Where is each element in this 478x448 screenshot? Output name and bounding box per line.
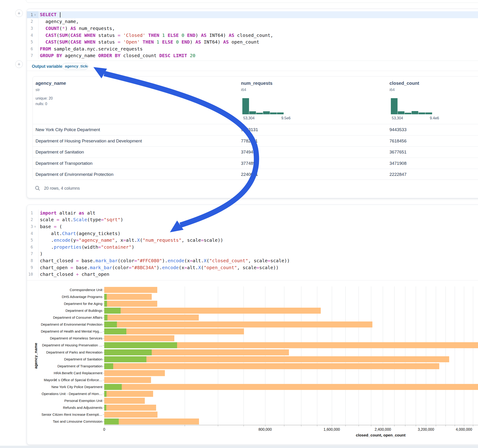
table-row[interactable]: Department of Sanitation37494853677651 [33,146,478,158]
table-cell: Department of Housing Preservation and D… [36,136,142,147]
gridline [301,286,301,425]
line-number-gutter: 7 [27,52,38,59]
line-number-gutter: 4 [27,32,38,39]
open_count-bar[interactable] [104,322,117,328]
column-header[interactable]: agency_name [36,81,66,86]
line-number-gutter: 2 [27,18,38,25]
open_count-bar[interactable] [104,301,107,307]
gridline [332,286,332,425]
sql-line[interactable]: 3 COUNT(*) AS num_requests, [27,25,478,32]
output-variable-label: Output variable: [32,63,64,70]
table-cell: 3471908 [390,158,407,169]
output-variable-value: agency_tickets [65,64,88,68]
column-type: i64 [390,87,395,92]
column-header[interactable]: num_requests [241,81,273,86]
table-cell: 3677651 [390,147,407,158]
sql-line[interactable]: 1∨SELECT [27,11,478,18]
closed_count-bar[interactable] [104,363,439,369]
table-row[interactable]: New York City Police Department945313194… [33,124,478,136]
page-bottom-strip [0,446,478,448]
open_count-bar[interactable] [104,328,126,334]
y-axis-category-label: DHS Advantage Programs [27,293,102,300]
y-axis-category-label: Department of Consumer Affairs [27,314,102,321]
open_count-bar[interactable] [104,315,107,321]
open_count-bar[interactable] [104,391,107,397]
open_count-bar[interactable] [104,308,121,314]
closed_count-bar[interactable] [104,294,152,300]
histogram-max-label: 9.5e6 [272,116,290,120]
gridline [284,286,284,425]
histogram-min-label: 53,304 [243,116,255,120]
closed_count-bar[interactable] [104,335,174,341]
closed_count-bar[interactable] [104,315,199,321]
closed_count-bar[interactable] [104,287,157,293]
open_count-bar[interactable] [104,356,146,362]
y-axis-category-label: Taxi and Limousine Commission [27,418,102,425]
column-histogram[interactable] [391,98,432,114]
sql-line[interactable]: 6FROM sample_data.nyc.service_requests [27,45,478,52]
open_count-bar[interactable] [104,418,119,424]
column-header[interactable]: closed_count [390,81,419,86]
closed_count-bar[interactable] [104,412,157,417]
table-row[interactable]: Department of Transportation377489234719… [33,158,478,169]
gridline [383,286,383,425]
open_count-bar[interactable] [104,405,106,411]
gridline [244,286,244,425]
closed_count-bar[interactable] [104,391,153,397]
open_count-bar[interactable] [104,294,107,300]
divider [27,71,478,71]
closed_count-bar[interactable] [104,384,478,390]
notebook-page: + + 1∨SELECT 2 agency_name,3 COUNT(*) AS… [0,0,478,448]
table-cell: 3774892 [241,158,258,169]
table-cell: Department of Transportation [36,158,93,169]
sql-line[interactable]: 4 CAST(SUM(CASE WHEN status = 'Closed' T… [27,32,478,39]
column-stats: nulls: 0 [36,102,47,106]
table-row[interactable]: Department of Housing Preservation and D… [33,135,478,147]
x-axis-tick-label: 800,000 [251,428,279,432]
column-stats: unique: 20 [36,96,53,100]
x-axis-tick-label: 1,600,000 [318,428,346,432]
y-axis-category-label: Operations Unit - Department of Hom… [27,390,102,397]
sql-code-editor[interactable]: 1∨SELECT 2 agency_name,3 COUNT(*) AS num… [27,11,478,59]
sql-line[interactable]: 7GROUP BY agency_name ORDER BY closed_co… [27,52,478,59]
open_count-bar[interactable] [104,363,113,369]
output-variable-chip[interactable]: agency_tickets [62,63,88,70]
line-number-gutter: 6 [27,45,38,52]
open_count-bar[interactable] [104,342,177,348]
closed_count-bar[interactable] [104,405,156,411]
column-histogram[interactable] [242,98,284,114]
line-number-gutter: 5 [27,38,38,45]
closed_count-bar[interactable] [104,308,321,314]
gridline [185,286,185,425]
gridline [405,286,405,425]
table-cell: Department of Sanitation [36,147,84,158]
closed_count-bar[interactable] [104,370,165,376]
open_count-bar[interactable] [104,384,122,390]
search-icon[interactable] [35,186,40,192]
sql-line[interactable]: 2 agency_name, [27,18,478,25]
closed_count-bar[interactable] [104,377,151,383]
column-type: i64 [241,87,246,92]
x-axis-title: closed_count, open_count [335,433,427,438]
sql-line[interactable]: 5 CAST(SUM(CASE WHEN status = 'Open' THE… [27,38,478,45]
table-cell: Department of Environmental Protection [36,169,113,180]
previous-cell-bottom-edge [26,0,478,3]
text-cursor [60,12,60,18]
gridline [346,286,346,425]
result-table[interactable]: agency_namestrunique: 20nulls: 0num_requ… [32,76,478,180]
y-axis-category-label: Department for the Aging [27,300,102,307]
fold-chevron-icon[interactable]: ∨ [33,13,37,16]
gridline [473,286,473,425]
closed_count-bar[interactable] [104,301,157,307]
table-cell: New York City Police Department [36,124,100,136]
histogram-max-label: 9.4e6 [421,116,439,120]
closed_count-bar[interactable] [104,322,372,328]
add-cell-button-2[interactable]: + [15,60,23,68]
open_count-bar[interactable] [104,349,152,355]
add-cell-button[interactable]: + [15,9,23,17]
y-axis-category-label: Refunds and Adjustments [27,404,102,411]
closed_count-bar[interactable] [104,356,449,362]
closed_count-bar[interactable] [104,398,145,404]
y-axis-category-label: Personal Exemption Unit [27,397,102,404]
table-row[interactable]: Department of Environmental Protection22… [33,169,478,180]
